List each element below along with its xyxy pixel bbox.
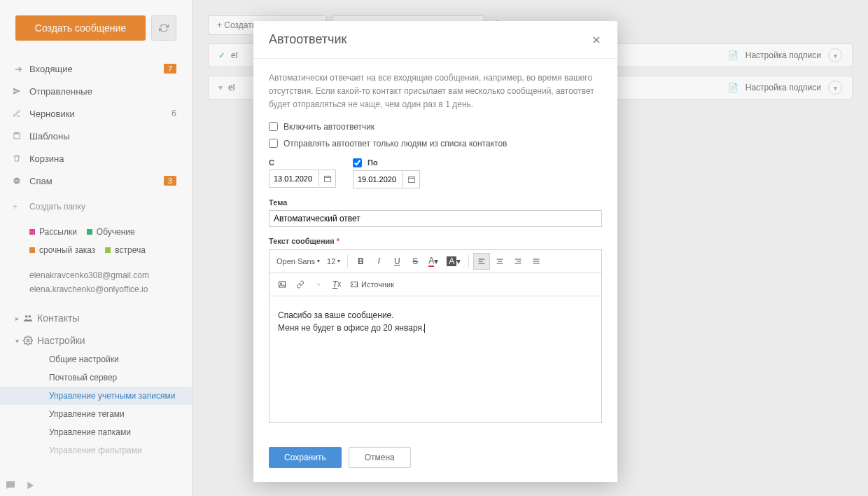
close-icon (591, 34, 602, 46)
cancel-button[interactable]: Отмена (349, 447, 411, 468)
italic-button[interactable]: I (370, 253, 387, 270)
body-label: Текст сообщения * (269, 237, 602, 245)
enable-label: Включить автоответчик (284, 122, 374, 132)
to-date-field: По (353, 158, 420, 188)
close-button[interactable] (591, 34, 602, 46)
font-select[interactable]: Open Sans ▾ (274, 253, 323, 270)
contacts-only-label: Отправлять автоответ только людям из спи… (284, 139, 507, 149)
calendar-icon[interactable] (402, 171, 419, 188)
align-right-button[interactable] (510, 253, 526, 270)
editor-textarea[interactable]: Спасибо за ваше сообщение. Меня не будет… (270, 296, 601, 422)
from-date-label: С (269, 158, 336, 167)
modal-footer: Сохранить Отмена (253, 437, 617, 482)
unlink-button[interactable] (310, 276, 327, 293)
from-date-field: С (269, 158, 336, 188)
link-button[interactable] (292, 276, 309, 293)
size-select[interactable]: 12 ▾ (324, 253, 343, 270)
subject-label: Тема (269, 198, 602, 207)
align-left-button[interactable] (473, 253, 490, 270)
body-line: Спасибо за ваше сообщение. (278, 309, 593, 322)
source-button[interactable]: Источник (346, 276, 398, 293)
to-date-checkbox[interactable] (353, 158, 362, 167)
editor: Open Sans ▾ 12 ▾ B I U S A▾ A▾ Tx (269, 249, 602, 423)
calendar-icon[interactable] (318, 170, 335, 187)
editor-toolbar-row2: Tx Источник (270, 273, 601, 296)
svg-rect-7 (324, 176, 330, 181)
body-line: Меня не будет в офисе до 20 января. (278, 322, 593, 334)
strike-button[interactable]: S (407, 253, 424, 270)
modal-header: Автоответчик (253, 21, 617, 59)
contacts-only-checkbox[interactable] (269, 139, 278, 148)
bg-color-button[interactable]: A▾ (443, 253, 464, 270)
modal-description: Автоматически отвечает на все входящие с… (269, 71, 602, 112)
clear-format-button[interactable]: Tx (328, 276, 345, 293)
image-button[interactable] (274, 276, 290, 293)
text-color-button[interactable]: A▾ (425, 253, 442, 270)
underline-button[interactable]: U (388, 253, 405, 270)
to-date-label: По (353, 158, 420, 167)
save-button[interactable]: Сохранить (269, 447, 342, 468)
enable-checkbox-row[interactable]: Включить автоответчик (269, 122, 602, 132)
to-date-input[interactable] (354, 175, 402, 184)
svg-rect-8 (408, 177, 414, 182)
modal-title: Автоответчик (269, 32, 346, 47)
enable-checkbox[interactable] (269, 122, 278, 131)
align-center-button[interactable] (491, 253, 508, 270)
contacts-only-checkbox-row[interactable]: Отправлять автоответ только людям из спи… (269, 139, 602, 149)
from-date-input[interactable] (270, 174, 318, 183)
editor-toolbar-row1: Open Sans ▾ 12 ▾ B I U S A▾ A▾ (270, 250, 601, 273)
autoresponder-modal: Автоответчик Автоматически отвечает на в… (253, 21, 617, 482)
align-justify-button[interactable] (528, 253, 545, 270)
subject-input[interactable] (269, 210, 602, 227)
bold-button[interactable]: B (352, 253, 369, 270)
svg-rect-9 (279, 282, 286, 287)
